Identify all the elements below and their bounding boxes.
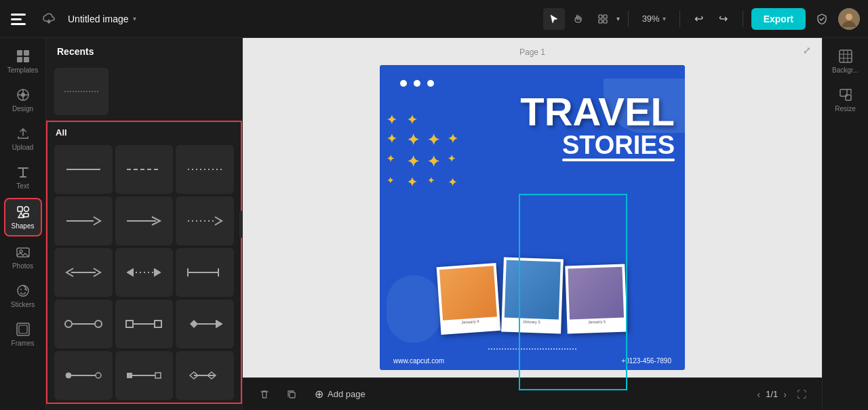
phone-number: +0123-456-7890 — [621, 357, 671, 365]
shape-double-arrow[interactable] — [54, 248, 113, 297]
save-to-cloud-button[interactable] — [38, 8, 60, 30]
file-title[interactable]: Untitled image ▾ — [68, 14, 136, 24]
shape-dashed-line[interactable] — [115, 145, 174, 194]
design-footer: www.capcut.com +0123-456-7890 — [380, 357, 685, 365]
shape-arrow-right[interactable] — [54, 197, 113, 245]
export-button[interactable]: Export — [751, 8, 806, 30]
shield-button[interactable] — [811, 8, 833, 30]
zoom-control[interactable]: 39% ▾ — [637, 11, 671, 26]
next-page-button[interactable]: › — [783, 389, 787, 400]
bottom-bar: ⊕ Add page ‹ 1/1 › ⛶ — [243, 377, 822, 410]
diamond-small-preview — [184, 362, 225, 389]
svg-rect-17 — [24, 213, 28, 217]
shape-diamond-arrow[interactable] — [176, 300, 234, 348]
svg-point-19 — [20, 250, 22, 253]
design-background: ✦ ✦ ✦ ✦ ✦ ✦ ✦ ✦ ✦ ✦ ✦ — [380, 65, 685, 370]
shapes-label: Shapes — [12, 222, 35, 230]
star-icon: ✦ — [387, 112, 403, 127]
star-icon: ✦ — [387, 175, 403, 190]
svg-rect-50 — [290, 392, 295, 398]
star-icon: ✦ — [427, 175, 443, 190]
sidebar-item-frames[interactable]: Frames — [4, 316, 42, 352]
resize-icon — [838, 87, 853, 102]
title-chevron-icon: ▾ — [133, 15, 136, 22]
canvas-area: Page 1 ⤢ ✦ — [243, 38, 822, 410]
canvas-inner[interactable]: Page 1 ⤢ ✦ — [243, 38, 822, 377]
background-button[interactable]: Backgr... — [827, 43, 865, 79]
trash-button[interactable] — [254, 384, 275, 405]
shape-arrow-right-open[interactable] — [115, 197, 174, 245]
duplicate-button[interactable] — [281, 384, 302, 405]
add-page-button[interactable]: ⊕ Add page — [308, 385, 372, 403]
title-text: Untitled image — [68, 14, 129, 24]
shape-extend-arrow[interactable] — [176, 248, 234, 297]
resize-button[interactable]: Resize — [827, 82, 865, 118]
recent-shape-item[interactable] — [54, 68, 108, 115]
polaroid-1: January 4 — [437, 263, 501, 335]
svg-rect-10 — [24, 50, 29, 56]
shape-diamond-small[interactable] — [176, 351, 234, 400]
recent-shape-preview — [64, 91, 98, 92]
view-icon — [597, 14, 608, 24]
trash-icon — [259, 389, 270, 400]
dot-3 — [427, 80, 434, 87]
shape-dotted-double-arrow[interactable] — [115, 248, 174, 297]
shape-solid-line[interactable] — [54, 145, 113, 194]
add-page-label: Add page — [328, 389, 366, 399]
star-icon: ✦ — [407, 175, 423, 190]
cursor-tool-button[interactable] — [543, 8, 565, 30]
shape-dotted-arrow[interactable] — [176, 197, 234, 245]
redo-button[interactable]: ↪ — [713, 8, 734, 30]
svg-rect-11 — [17, 57, 22, 62]
shape-dotted-line[interactable] — [176, 145, 234, 194]
user-avatar[interactable] — [838, 8, 860, 30]
shape-circle-line-small[interactable] — [54, 351, 113, 400]
sidebar-item-upload[interactable]: Upload — [4, 121, 42, 157]
frames-label: Frames — [12, 340, 35, 347]
svg-rect-15 — [18, 207, 22, 211]
shape-circle-line[interactable] — [54, 300, 113, 348]
svg-point-44 — [66, 373, 71, 378]
sidebar-item-design[interactable]: Design — [4, 82, 42, 118]
photos-icon — [16, 245, 31, 260]
avatar-image — [838, 8, 860, 30]
templates-icon — [16, 49, 31, 64]
dotted-line-deco — [488, 348, 576, 350]
sidebar-item-templates[interactable]: Templates — [4, 43, 42, 79]
shape-rect-line-small[interactable] — [115, 351, 174, 400]
rect-line-small-preview — [123, 362, 164, 389]
star-icon: ✦ — [427, 153, 443, 171]
topbar: Untitled image ▾ ▾ 39% ▾ — [0, 0, 868, 38]
star-icon — [448, 112, 464, 127]
main-content: Templates Design Upload Text — [0, 38, 868, 410]
divider — [628, 11, 629, 27]
cloud-icon — [42, 12, 56, 26]
logo-icon — [9, 9, 28, 28]
undo-button[interactable]: ↩ — [688, 8, 710, 30]
svg-rect-47 — [127, 373, 132, 378]
prev-page-button[interactable]: ‹ — [757, 389, 761, 400]
canvas-expand-button[interactable]: ⤢ — [803, 45, 811, 56]
svg-rect-3 — [599, 15, 602, 18]
svg-rect-4 — [604, 15, 607, 18]
photos-label: Photos — [12, 262, 33, 270]
app-logo[interactable] — [8, 8, 30, 30]
hand-tool-button[interactable] — [568, 8, 589, 30]
sidebar-item-photos[interactable]: Photos — [4, 239, 42, 275]
design-canvas: ✦ ✦ ✦ ✦ ✦ ✦ ✦ ✦ ✦ ✦ ✦ — [380, 65, 685, 370]
text-icon — [16, 165, 31, 180]
fullscreen-button[interactable]: ⛶ — [792, 385, 811, 404]
sidebar-item-shapes[interactable]: Shapes — [4, 198, 42, 237]
design-dots — [400, 80, 434, 87]
text-label: Text — [16, 182, 28, 190]
design-icon — [16, 87, 31, 102]
view-chevron-icon: ▾ — [616, 15, 620, 22]
design-label: Design — [12, 105, 33, 112]
all-section-header: All — [47, 122, 241, 142]
shape-rect-line[interactable] — [115, 300, 174, 348]
star-icon: ✦ — [387, 131, 403, 149]
sidebar-item-stickers[interactable]: Stickers — [4, 278, 42, 314]
sidebar-item-text[interactable]: Text — [4, 159, 42, 195]
view-tool-button[interactable] — [592, 8, 614, 30]
solid-line-preview — [63, 156, 104, 183]
